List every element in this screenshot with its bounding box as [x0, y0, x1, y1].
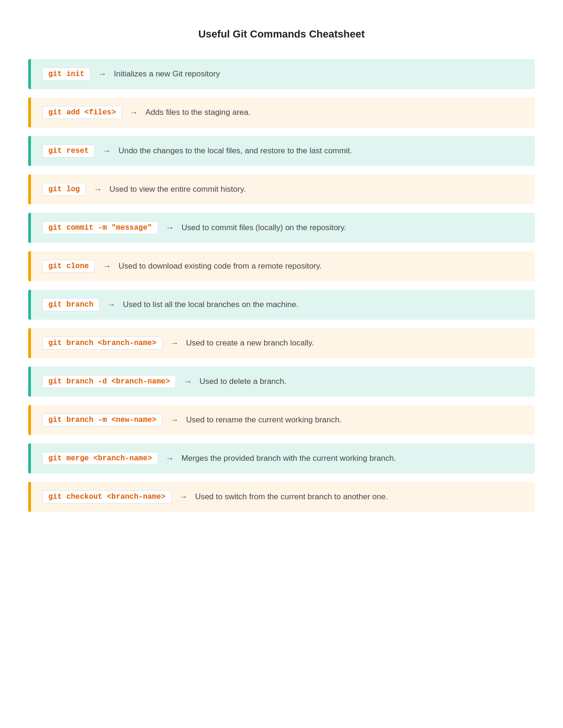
- command-description-git-branch-m: Used to rename the current working branc…: [186, 415, 342, 425]
- command-badge-git-branch-m: git branch -m <new-name>: [42, 413, 162, 427]
- command-content-git-clone: git clone→Used to download existing code…: [31, 251, 535, 281]
- arrow-git-reset: →: [102, 146, 111, 156]
- command-description-git-merge: Merges the provided branch with the curr…: [182, 454, 396, 463]
- command-content-git-branch-m: git branch -m <new-name>→Used to rename …: [31, 405, 535, 435]
- command-item-git-reset: git reset→Undo the changes to the local …: [28, 136, 535, 166]
- command-description-git-branch: Used to list all the local branches on t…: [123, 300, 298, 309]
- command-content-git-add: git add <files>→Adds files to the stagin…: [31, 98, 535, 128]
- page-title: Useful Git Commands Cheatsheet: [28, 28, 535, 40]
- command-item-git-add: git add <files>→Adds files to the stagin…: [28, 98, 535, 128]
- command-badge-git-init: git init: [42, 68, 91, 81]
- command-description-git-reset: Undo the changes to the local files, and…: [118, 146, 352, 156]
- command-item-git-branch: git branch→Used to list all the local br…: [28, 290, 535, 320]
- command-item-git-branch-m: git branch -m <new-name>→Used to rename …: [28, 405, 535, 435]
- arrow-git-branch: →: [107, 300, 115, 310]
- command-item-git-checkout: git checkout <branch-name>→Used to switc…: [28, 482, 535, 512]
- command-content-git-merge: git merge <branch-name>→Merges the provi…: [31, 443, 535, 473]
- command-badge-git-branch-d: git branch -d <branch-name>: [42, 375, 176, 388]
- arrow-git-branch-d: →: [183, 377, 192, 387]
- command-badge-git-log: git log: [42, 183, 86, 196]
- command-content-git-checkout: git checkout <branch-name>→Used to switc…: [31, 482, 535, 512]
- command-badge-git-branch-name: git branch <branch-name>: [42, 337, 162, 350]
- command-badge-git-add: git add <files>: [42, 106, 122, 119]
- command-item-git-log: git log→Used to view the entire commit h…: [28, 174, 535, 204]
- arrow-git-log: →: [93, 185, 102, 195]
- command-content-git-log: git log→Used to view the entire commit h…: [31, 174, 535, 204]
- command-content-git-branch: git branch→Used to list all the local br…: [31, 290, 535, 320]
- command-item-git-branch-d: git branch -d <branch-name>→Used to dele…: [28, 367, 535, 397]
- arrow-git-commit: →: [166, 223, 174, 233]
- command-content-git-init: git init→Initializes a new Git repositor…: [31, 59, 535, 89]
- command-description-git-checkout: Used to switch from the current branch t…: [195, 492, 388, 502]
- command-badge-git-commit: git commit -m "message": [42, 221, 158, 234]
- arrow-git-init: →: [98, 69, 107, 79]
- command-item-git-clone: git clone→Used to download existing code…: [28, 251, 535, 281]
- command-content-git-branch-name: git branch <branch-name>→Used to create …: [31, 328, 535, 358]
- command-description-git-clone: Used to download existing code from a re…: [118, 262, 321, 271]
- command-item-git-commit: git commit -m "message"→Used to commit f…: [28, 213, 535, 243]
- command-badge-git-merge: git merge <branch-name>: [42, 452, 158, 465]
- command-content-git-commit: git commit -m "message"→Used to commit f…: [31, 213, 535, 243]
- arrow-git-merge: →: [166, 454, 174, 464]
- command-list: git init→Initializes a new Git repositor…: [28, 59, 535, 512]
- command-badge-git-checkout: git checkout <branch-name>: [42, 490, 172, 503]
- command-content-git-reset: git reset→Undo the changes to the local …: [31, 136, 535, 166]
- command-item-git-init: git init→Initializes a new Git repositor…: [28, 59, 535, 89]
- command-badge-git-reset: git reset: [42, 144, 95, 158]
- command-badge-git-branch: git branch: [42, 298, 99, 311]
- arrow-git-branch-name: →: [170, 338, 178, 348]
- command-badge-git-clone: git clone: [42, 260, 95, 273]
- command-content-git-branch-d: git branch -d <branch-name>→Used to dele…: [31, 367, 535, 397]
- command-item-git-branch-name: git branch <branch-name>→Used to create …: [28, 328, 535, 358]
- command-item-git-merge: git merge <branch-name>→Merges the provi…: [28, 443, 535, 473]
- arrow-git-checkout: →: [179, 492, 188, 502]
- arrow-git-clone: →: [102, 262, 111, 271]
- command-description-git-branch-d: Used to delete a branch.: [199, 377, 286, 386]
- command-description-git-commit: Used to commit files (locally) on the re…: [182, 223, 346, 233]
- arrow-git-add: →: [129, 108, 138, 118]
- command-description-git-branch-name: Used to create a new branch locally.: [186, 338, 314, 348]
- command-description-git-add: Adds files to the staging area.: [145, 108, 251, 117]
- command-description-git-init: Initializes a new Git repository: [114, 69, 220, 79]
- command-description-git-log: Used to view the entire commit history.: [109, 185, 246, 194]
- arrow-git-branch-m: →: [170, 415, 178, 425]
